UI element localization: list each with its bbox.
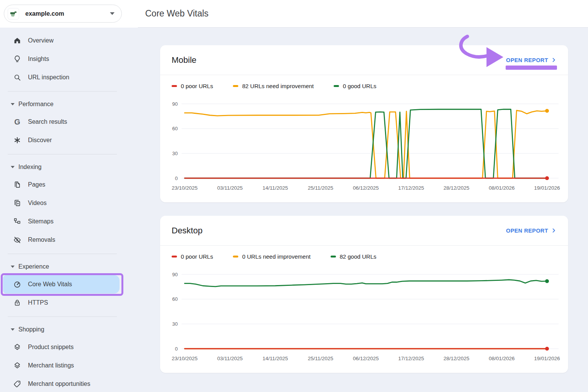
y-axis-tick-label: 90 [172,101,178,107]
sidebar-section-shopping[interactable]: Shopping [0,321,132,338]
desktop-card: Desktop OPEN REPORT 0 poor URLs 0 URLs n… [160,216,568,373]
property-name: example.com [25,10,110,17]
x-axis-tick-label: 19/01/2026 [534,185,560,191]
sidebar-section-performance[interactable]: Performance [0,96,132,113]
legend-good-urls[interactable]: 0 good URLs [334,83,377,89]
y-axis-tick-label: 60 [172,296,178,302]
x-axis-tick-label: 28/12/2025 [444,356,470,361]
chevron-down-icon [11,328,15,331]
x-axis-tick-label: 23/10/2025 [172,356,198,361]
sidebar-divider [8,317,117,317]
legend-needs-improvement-urls[interactable]: 0 URLs need improvement [233,253,310,260]
sidebar-item-discover[interactable]: Discover [0,131,132,149]
sidebar-item-merchant-listings[interactable]: Merchant listings [0,356,132,375]
legend-good-urls[interactable]: 82 good URLs [331,253,377,260]
x-axis-tick-label: 14/11/2025 [262,356,288,361]
chevron-down-icon [110,12,115,15]
desktop-chart: 0306090 23/10/202503/11/202514/11/202525… [165,267,563,366]
legend-poor-urls[interactable]: 0 poor URLs [172,83,213,89]
open-report-link-mobile[interactable]: OPEN REPORT [506,57,557,63]
x-axis-tick-label: 25/11/2025 [308,356,333,361]
sidebar-item-url-inspection[interactable]: URL inspection [0,68,132,87]
series-end-marker [545,176,549,180]
pages-icon [13,180,21,189]
speedometer-icon [13,280,21,289]
sidebar: Overview Insights URL inspection Perform… [0,31,132,392]
series-urls-need-improvement [185,110,547,178]
sidebar-section-experience[interactable]: Experience [0,258,132,275]
series-good-urls [185,280,547,287]
y-axis-tick-label: 60 [172,126,178,131]
eye-off-icon [13,236,21,244]
header-divider [138,27,588,28]
layered-diamond-icon [13,343,21,351]
sidebar-item-videos[interactable]: Videos [0,194,132,212]
google-g-icon: G [13,118,21,126]
sidebar-item-search-results[interactable]: G Search results [0,113,132,131]
chart-legend: 0 poor URLs 82 URLs need improvement 0 g… [160,75,568,89]
legend-swatch [172,85,177,87]
legend-swatch [331,256,336,258]
series-end-marker [545,347,549,351]
chevron-right-icon [551,228,557,233]
sidebar-divider [8,254,117,254]
card-title-desktop: Desktop [172,226,203,236]
chevron-down-icon [11,266,15,268]
legend-needs-improvement-urls[interactable]: 82 URLs need improvement [233,83,314,89]
sidebar-item-merchant-opportunities[interactable]: Merchant opportunities [0,375,132,392]
y-axis-tick-label: 0 [175,175,178,181]
legend-swatch [233,256,238,258]
search-icon [13,73,21,82]
sidebar-item-insights[interactable]: Insights [0,50,132,68]
video-pages-icon [13,199,21,207]
legend-swatch [233,85,238,87]
y-axis-tick-label: 30 [172,321,178,327]
x-axis-tick-label: 19/01/2026 [534,356,560,361]
x-axis-tick-label: 03/11/2025 [217,356,243,361]
y-axis-tick-label: 30 [172,151,178,156]
chevron-down-icon [11,166,15,168]
open-report-link-desktop[interactable]: OPEN REPORT [506,228,557,234]
sidebar-item-https[interactable]: HTTPS [0,294,132,312]
sitemap-tree-icon [13,217,21,226]
y-axis-tick-label: 90 [172,272,178,277]
sidebar-divider [8,154,117,154]
chevron-right-icon [551,57,557,63]
x-axis-tick-label: 17/12/2025 [398,185,424,191]
x-axis-tick-label: 25/11/2025 [308,185,333,191]
tag-icon [13,380,21,388]
sidebar-item-sitemaps[interactable]: Sitemaps [0,212,132,231]
card-title-mobile: Mobile [172,55,197,65]
sidebar-item-pages[interactable]: Pages [0,175,132,194]
x-axis-tick-label: 28/12/2025 [444,185,470,191]
home-icon [13,36,21,45]
chart-legend: 0 poor URLs 0 URLs need improvement 82 g… [160,246,568,260]
mobile-card: Mobile OPEN REPORT 0 poor URLs 82 URLs n… [160,45,568,202]
x-axis-tick-label: 23/10/2025 [172,185,198,191]
x-axis-tick-label: 08/01/2026 [489,185,515,191]
series-end-marker [545,109,549,113]
mobile-chart: 0306090 23/10/202503/11/202514/11/202525… [165,96,563,196]
x-axis-tick-label: 03/11/2025 [217,185,243,191]
sidebar-item-overview[interactable]: Overview [0,31,132,50]
property-selector[interactable]: example.com [4,5,122,23]
y-axis-tick-label: 0 [175,346,178,352]
sidebar-item-product-snippets[interactable]: Product snippets [0,338,132,356]
x-axis-tick-label: 08/01/2026 [489,356,515,361]
chevron-down-icon [11,103,15,105]
sidebar-item-core-web-vitals[interactable]: Core Web Vitals [3,275,120,294]
x-axis-labels: 23/10/202503/11/202514/11/202525/11/2025… [165,185,563,193]
legend-swatch [334,85,339,87]
lightbulb-icon [13,55,21,63]
layered-diamond-icon [13,361,21,370]
sidebar-divider [8,91,117,92]
sidebar-item-removals[interactable]: Removals [0,231,132,249]
series-end-marker [545,279,549,283]
lock-icon [13,299,21,307]
page-title: Core Web Vitals [145,8,208,19]
legend-poor-urls[interactable]: 0 poor URLs [172,253,213,260]
x-axis-tick-label: 06/12/2025 [353,356,379,361]
x-axis-tick-label: 14/11/2025 [262,185,288,191]
series-good-urls [185,109,547,178]
sidebar-section-indexing[interactable]: Indexing [0,159,132,175]
